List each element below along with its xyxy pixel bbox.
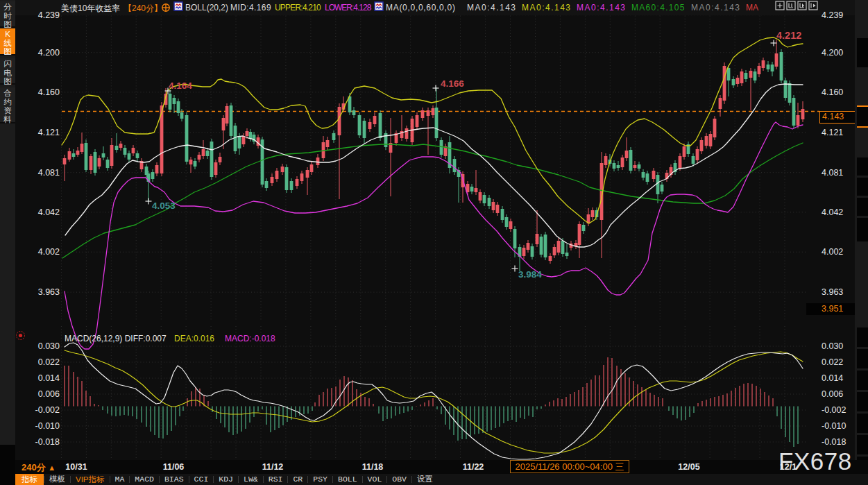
svg-text:4.053: 4.053 xyxy=(152,201,176,211)
svg-text:3.984: 3.984 xyxy=(518,269,542,280)
svg-text:4.166: 4.166 xyxy=(441,78,464,89)
svg-text:4.164: 4.164 xyxy=(169,80,192,91)
svg-text:4.212: 4.212 xyxy=(776,30,801,41)
